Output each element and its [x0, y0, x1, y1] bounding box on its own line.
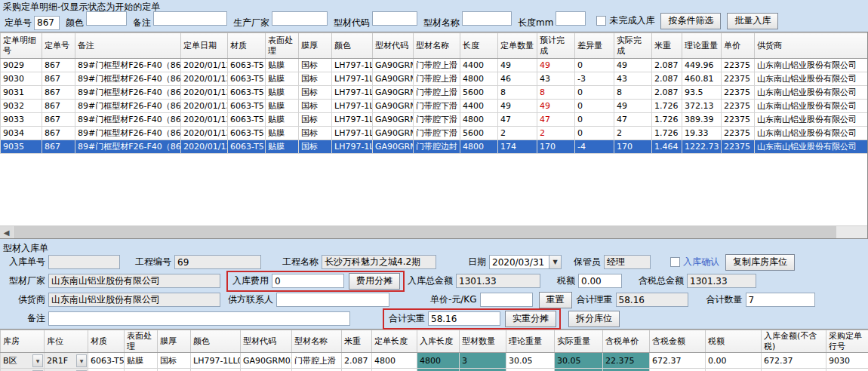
order-table-header-16[interactable]: 理论重量	[682, 33, 722, 59]
grid-cell[interactable]: 22375	[722, 100, 755, 113]
grid-cell[interactable]: 5600	[460, 127, 498, 140]
scrollbar-thumb[interactable]	[14, 226, 836, 238]
grid-cell[interactable]: 46	[498, 72, 537, 86]
grid-cell[interactable]: 867	[42, 140, 75, 154]
grid-cell[interactable]: 6063-T5	[88, 369, 125, 371]
grid-cell[interactable]: 9035	[1, 140, 42, 154]
grid-cell[interactable]: 1.464	[652, 140, 682, 154]
grid-cell[interactable]: -4	[575, 140, 614, 154]
grid-cell[interactable]: 2.087	[342, 353, 372, 369]
table-row[interactable]: 903386789#门框型材F26-F40（866+867）2020/01/13…	[1, 113, 868, 127]
grid-cell[interactable]: 门带腔下滑	[414, 100, 460, 113]
grid-cell[interactable]: 2	[498, 127, 537, 140]
keeper-field[interactable]: 经理	[604, 255, 651, 269]
grid-cell[interactable]: GA90GRM03	[241, 353, 292, 369]
total-theory-weight-field[interactable]: 58.16	[616, 293, 688, 307]
grid-cell[interactable]: 49	[537, 59, 575, 72]
grid-cell[interactable]: 9029	[1, 59, 42, 72]
grid-cell[interactable]: 0.00	[706, 369, 762, 371]
grid-cell[interactable]: LH797-1LL0	[332, 100, 373, 113]
grid-cell[interactable]: 8	[498, 86, 537, 100]
grid-cell[interactable]: 门带腔下滑	[414, 127, 460, 140]
grid-cell[interactable]: 89#门框型材F26-F40（866+867）	[75, 127, 181, 140]
grid-cell[interactable]: LH797-1LL0	[191, 353, 241, 369]
grid-cell[interactable]: 4400	[460, 59, 498, 72]
calendar-dropdown-icon[interactable]: ▼	[549, 256, 561, 268]
inbound-table-header-8[interactable]: 米重	[342, 330, 372, 353]
table-row[interactable]: 903186789#门框型材F26-F40（866+867）2020/01/13…	[1, 86, 868, 100]
grid-cell[interactable]: 89#门框型材F26-F40（866+867）	[75, 86, 181, 100]
grid-cell[interactable]: 47	[614, 113, 652, 127]
grid-cell[interactable]: 19.33	[682, 127, 722, 140]
grid-cell[interactable]: 3	[460, 353, 506, 369]
grid-cell[interactable]: GA90GRM03	[373, 72, 414, 86]
grid-cell[interactable]: 6063-T5	[228, 127, 266, 140]
grid-cell[interactable]: GA90GRM03	[373, 86, 414, 100]
grid-cell[interactable]: 867	[42, 100, 75, 113]
order-table-header-5[interactable]: 表面处理	[266, 33, 299, 59]
grid-cell[interactable]: 8	[537, 86, 575, 100]
grid-cell[interactable]: 贴膜	[266, 113, 299, 127]
unit-price-field[interactable]	[480, 293, 533, 307]
grid-cell[interactable]: 2	[614, 127, 652, 140]
grid-cell[interactable]: 49	[498, 59, 537, 72]
grid-cell[interactable]: 贴膜	[266, 140, 299, 154]
reset-button[interactable]: 重置	[539, 292, 572, 308]
grid-cell[interactable]: 门带腔下滑	[414, 113, 460, 127]
grid-cell[interactable]: 867	[42, 86, 75, 100]
total-actual-weight-field[interactable]: 58.16	[428, 311, 500, 326]
grid-cell[interactable]: GA90GRM04	[373, 100, 414, 113]
inbound-table-header-3[interactable]: 表面处理	[125, 330, 158, 353]
grid-cell[interactable]: 1.726	[652, 127, 682, 140]
grid-cell[interactable]: 2020/01/13	[181, 86, 228, 100]
grid-cell[interactable]: 867	[42, 113, 75, 127]
grid-cell[interactable]: 28.11	[506, 369, 555, 371]
order-table-header-18[interactable]: 供货商	[755, 33, 868, 59]
grid-cell[interactable]: 5600	[460, 86, 498, 100]
inbound-table-header-18[interactable]: 采购定单行号	[826, 330, 868, 353]
chevron-down-icon[interactable]: ▼	[32, 354, 43, 367]
grid-cell[interactable]: 山东南山铝业股份有限公司	[755, 86, 868, 100]
grid-cell[interactable]: 89#门框型材F26-F40（866+867）	[75, 140, 181, 154]
table-row[interactable]: 902986789#门框型材F26-F40（866+867）2020/01/13…	[1, 59, 868, 72]
filter-by-condition-button[interactable]: 按条件筛选	[660, 13, 721, 29]
inbound-table-header-2[interactable]: 材质	[88, 330, 125, 353]
grid-cell[interactable]: LH797-1LL0	[332, 86, 373, 100]
total-qty-field[interactable]: 7	[746, 293, 815, 307]
grid-cell[interactable]: 672.37	[762, 353, 826, 369]
grid-cell[interactable]: 2020/01/13	[181, 72, 228, 86]
grid-cell[interactable]: 93.5	[682, 86, 722, 100]
inbound-fee-field[interactable]: 0	[272, 274, 344, 288]
grid-cell[interactable]: 9035	[826, 369, 868, 371]
order-table-header-10[interactable]: 长度	[460, 33, 498, 59]
grid-cell[interactable]: 30.05	[555, 353, 603, 369]
grid-cell[interactable]: GA90GRM04	[373, 113, 414, 127]
grid-cell[interactable]: 0	[575, 113, 614, 127]
grid-cell[interactable]: 89#门框型材F26-F40（866+867）	[75, 72, 181, 86]
grid-cell[interactable]: 22375	[722, 59, 755, 72]
grid-cell[interactable]: 贴膜	[125, 353, 158, 369]
grid-cell[interactable]: 867	[42, 127, 75, 140]
grid-cell[interactable]: 0	[575, 100, 614, 113]
grid-cell[interactable]: GA90GRM05	[373, 140, 414, 154]
grid-cell[interactable]: 贴膜	[266, 72, 299, 86]
grid-cell[interactable]: 372.13	[682, 100, 722, 113]
inbound-table-header-11[interactable]: 型材数量	[460, 330, 506, 353]
inbound-table-header-4[interactable]: 膜厚	[158, 330, 191, 353]
grid-cell[interactable]: -3	[575, 72, 614, 86]
grid-cell[interactable]: 门带腔上滑	[292, 353, 342, 369]
grid-cell[interactable]: 0	[575, 127, 614, 140]
table-row[interactable]: 903486789#门框型材F26-F40（866+867）2020/01/13…	[1, 127, 868, 140]
unfinished-inbound-checkbox[interactable]	[596, 16, 606, 26]
order-table-header-6[interactable]: 膜厚	[299, 33, 332, 59]
grid-cell[interactable]: 449.96	[682, 59, 722, 72]
grid-cell[interactable]: 6063-T5	[228, 140, 266, 154]
grid-cell[interactable]: 22375	[722, 86, 755, 100]
grid-cell[interactable]: 国标	[299, 113, 332, 127]
grid-cell[interactable]: 4	[460, 369, 506, 371]
grid-cell[interactable]: 国标	[299, 140, 332, 154]
grid-cell[interactable]: 22375	[722, 127, 755, 140]
horizontal-scrollbar[interactable]: ◀	[0, 225, 867, 238]
grid-cell[interactable]: 4800	[460, 140, 498, 154]
date-field[interactable]: 2020/03/31 ▼	[489, 255, 562, 269]
